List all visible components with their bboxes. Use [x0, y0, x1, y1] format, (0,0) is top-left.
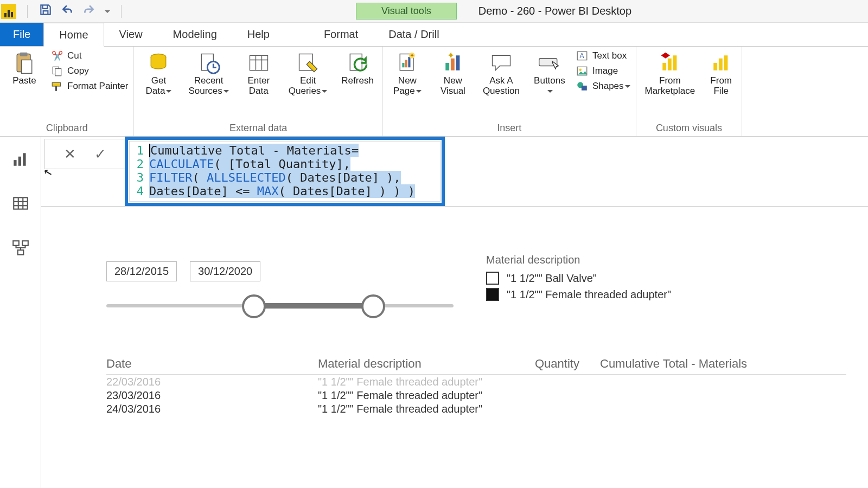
svg-rect-34: [668, 59, 672, 70]
undo-icon[interactable]: [60, 3, 74, 20]
image-label: Image: [592, 66, 618, 76]
svg-rect-48: [22, 241, 28, 246]
commit-formula-button[interactable]: ✓: [94, 146, 106, 163]
from-file-button[interactable]: FromFile: [706, 50, 736, 97]
table-row[interactable]: 23/03/2016"1 1/2"" Female threaded adupt…: [106, 389, 846, 402]
data-view-button[interactable]: [9, 192, 32, 215]
legend-item-2[interactable]: "1 1/2"" Female threaded adupter": [486, 288, 671, 301]
image-button[interactable]: Image: [576, 65, 630, 77]
get-data-button[interactable]: GetData: [139, 50, 177, 97]
legend: Material description "1 1/2"" Ball Valve…: [486, 254, 671, 304]
slicer-start-date[interactable]: 28/12/2015: [106, 261, 177, 281]
get-data-label: GetData: [145, 76, 171, 96]
model-view-button[interactable]: [9, 236, 32, 259]
date-slicer[interactable]: 28/12/2015 30/12/2020: [106, 261, 454, 322]
buttons-button[interactable]: Buttons: [531, 50, 569, 97]
workspace: ✕ ✓ 1Cumulative Total - Materials = 2CAL…: [0, 137, 868, 488]
col-quantity[interactable]: Quantity: [535, 357, 600, 371]
format-painter-icon: [51, 80, 63, 92]
tab-view[interactable]: View: [104, 23, 158, 46]
tab-data-drill[interactable]: Data / Drill: [373, 23, 454, 46]
svg-rect-10: [250, 55, 267, 70]
group-insert-label: Insert: [497, 121, 521, 135]
report-view-button[interactable]: [9, 147, 32, 170]
tab-file[interactable]: File: [0, 23, 43, 46]
svg-rect-33: [662, 63, 666, 70]
ribbon-tabs: File Home View Modeling Help Format Data…: [0, 23, 868, 47]
group-clipboard: Paste ✂️Cut Copy Format Painter Clipboar…: [0, 47, 134, 136]
svg-text:✦: ✦: [410, 52, 414, 59]
copy-button[interactable]: Copy: [51, 65, 128, 77]
svg-rect-32: [582, 86, 587, 91]
recent-sources-button[interactable]: RecentSources: [185, 50, 232, 97]
slicer-end-date[interactable]: 30/12/2020: [190, 261, 260, 281]
copy-icon: [51, 65, 63, 77]
text-box-button[interactable]: AText box: [576, 50, 630, 62]
svg-rect-5: [52, 82, 60, 86]
save-icon[interactable]: [39, 3, 53, 20]
enter-data-label: EnterData: [247, 76, 270, 96]
svg-rect-42: [14, 197, 28, 209]
data-table: Date Material description Quantity Cumul…: [106, 354, 846, 416]
col-cumulative[interactable]: Cumulative Total - Materials: [600, 357, 846, 371]
edit-queries-label: EditQueries: [289, 76, 328, 96]
tab-home[interactable]: Home: [43, 23, 104, 47]
cut-label: Cut: [67, 50, 81, 61]
new-page-button[interactable]: ✦NewPage: [388, 50, 426, 97]
new-visual-button[interactable]: ✦NewVisual: [434, 50, 472, 97]
svg-rect-40: [18, 157, 21, 166]
report-canvas: ✕ ✓ 1Cumulative Total - Materials = 2CAL…: [41, 137, 868, 488]
quick-access-toolbar: [21, 3, 128, 20]
svg-rect-17: [402, 63, 404, 67]
col-material[interactable]: Material description: [318, 357, 535, 371]
enter-data-button[interactable]: EnterData: [240, 50, 278, 97]
group-insert: ✦NewPage ✦NewVisual Ask AQuestion Button…: [383, 47, 636, 136]
group-external-data: GetData RecentSources EnterData EditQuer…: [134, 47, 382, 136]
refresh-button[interactable]: Refresh: [338, 50, 377, 87]
table-row[interactable]: 22/03/2016"1 1/2"" Female threaded adupt…: [106, 375, 846, 389]
shapes-label: Shapes: [592, 81, 630, 92]
refresh-label: Refresh: [341, 76, 374, 86]
shapes-button[interactable]: Shapes: [576, 80, 630, 92]
ribbon: Paste ✂️Cut Copy Format Painter Clipboar…: [0, 47, 868, 137]
format-painter-label: Format Painter: [67, 81, 128, 92]
redo-icon[interactable]: [82, 3, 96, 20]
cancel-formula-button[interactable]: ✕: [64, 146, 76, 163]
cut-icon: ✂️: [51, 50, 63, 62]
legend-item-1[interactable]: "1 1/2"" Ball Valve": [486, 272, 671, 285]
tab-help[interactable]: Help: [232, 23, 285, 46]
document-title: Demo - 260 - Power BI Desktop: [478, 5, 631, 17]
paste-button[interactable]: Paste: [5, 50, 43, 87]
svg-rect-47: [13, 241, 19, 246]
svg-rect-49: [17, 250, 23, 255]
table-row[interactable]: 24/03/2016"1 1/2"" Female threaded adupt…: [106, 402, 846, 416]
edit-queries-icon: [296, 51, 320, 75]
svg-point-30: [579, 69, 581, 71]
cut-button[interactable]: ✂️Cut: [51, 50, 128, 62]
col-date[interactable]: Date: [106, 357, 318, 371]
slider-handle-end[interactable]: [361, 294, 385, 318]
buttons-label: Buttons: [534, 76, 565, 96]
formula-editor[interactable]: 1Cumulative Total - Materials = 2CALCULA…: [129, 141, 441, 202]
slider-handle-start[interactable]: [242, 294, 266, 318]
qat-dropdown-icon[interactable]: [104, 6, 110, 17]
new-visual-label: NewVisual: [441, 76, 465, 96]
tab-format[interactable]: Format: [309, 23, 373, 46]
legend-swatch-filled: [486, 288, 499, 301]
title-bar: Visual tools Demo - 260 - Power BI Deskt…: [0, 0, 868, 23]
ask-question-button[interactable]: Ask AQuestion: [480, 50, 523, 97]
text-box-icon: A: [576, 50, 588, 62]
tab-modeling[interactable]: Modeling: [158, 23, 232, 46]
svg-rect-18: [405, 60, 407, 68]
svg-rect-1: [20, 53, 28, 56]
format-painter-button[interactable]: Format Painter: [51, 80, 128, 92]
buttons-icon: [538, 51, 561, 75]
enter-data-icon: [247, 51, 271, 75]
edit-queries-button[interactable]: EditQueries: [285, 50, 331, 97]
formula-bar-row: ✕ ✓ 1Cumulative Total - Materials = 2CAL…: [41, 137, 868, 207]
slicer-slider[interactable]: [106, 289, 454, 322]
from-marketplace-button[interactable]: FromMarketplace: [642, 50, 699, 97]
recent-sources-icon: [197, 51, 221, 75]
svg-text:✦: ✦: [447, 51, 455, 60]
app-logo-icon: [1, 4, 16, 19]
